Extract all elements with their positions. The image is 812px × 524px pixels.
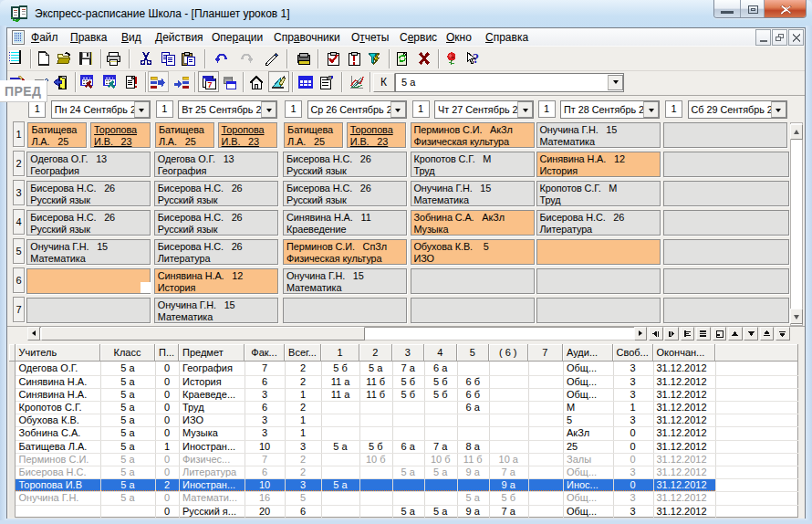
- svg-text:7: 7: [208, 80, 213, 89]
- svg-text:?: ?: [473, 52, 479, 66]
